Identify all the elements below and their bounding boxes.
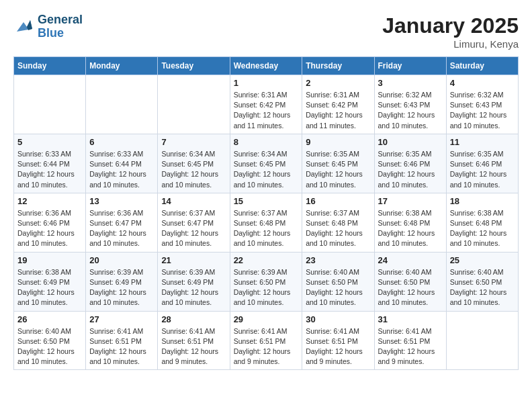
calendar-cell: 29Sunrise: 6:41 AMSunset: 6:51 PMDayligh… [230,311,302,370]
calendar-cell: 4Sunrise: 6:32 AMSunset: 6:43 PMDaylight… [446,75,518,134]
day-info: Sunrise: 6:36 AMSunset: 6:46 PMDaylight:… [17,208,82,249]
day-number: 25 [450,255,515,265]
day-number: 21 [161,255,226,265]
calendar-cell: 6Sunrise: 6:33 AMSunset: 6:44 PMDaylight… [86,134,158,193]
day-info: Sunrise: 6:31 AMSunset: 6:42 PMDaylight:… [234,90,299,131]
day-number: 17 [378,196,443,206]
week-row-4: 19Sunrise: 6:38 AMSunset: 6:49 PMDayligh… [14,252,519,311]
day-number: 11 [450,137,515,147]
day-number: 14 [161,196,226,206]
day-info: Sunrise: 6:38 AMSunset: 6:49 PMDaylight:… [17,267,82,308]
day-info: Sunrise: 6:35 AMSunset: 6:46 PMDaylight:… [378,149,443,190]
day-info: Sunrise: 6:40 AMSunset: 6:50 PMDaylight:… [450,267,515,308]
calendar-cell [158,75,230,134]
week-row-1: 1Sunrise: 6:31 AMSunset: 6:42 PMDaylight… [14,75,519,134]
calendar-cell: 5Sunrise: 6:33 AMSunset: 6:44 PMDaylight… [14,134,86,193]
day-number: 15 [234,196,299,206]
day-info: Sunrise: 6:35 AMSunset: 6:45 PMDaylight:… [306,149,370,190]
day-info: Sunrise: 6:41 AMSunset: 6:51 PMDaylight:… [306,326,370,367]
day-number: 24 [378,255,443,265]
weekday-header-saturday: Saturday [446,57,518,75]
day-info: Sunrise: 6:37 AMSunset: 6:48 PMDaylight:… [306,208,370,249]
calendar-cell [14,75,86,134]
calendar-cell: 3Sunrise: 6:32 AMSunset: 6:43 PMDaylight… [374,75,446,134]
day-number: 16 [306,196,370,206]
calendar-cell: 18Sunrise: 6:38 AMSunset: 6:48 PMDayligh… [446,193,518,252]
calendar-cell: 22Sunrise: 6:39 AMSunset: 6:50 PMDayligh… [230,252,302,311]
day-info: Sunrise: 6:32 AMSunset: 6:43 PMDaylight:… [378,90,443,131]
day-number: 4 [450,78,515,88]
day-number: 22 [234,255,299,265]
day-info: Sunrise: 6:35 AMSunset: 6:46 PMDaylight:… [450,149,515,190]
day-number: 6 [89,137,154,147]
month-title: January 2025 [382,13,519,38]
day-number: 10 [378,137,443,147]
day-number: 3 [378,78,443,88]
calendar-cell: 10Sunrise: 6:35 AMSunset: 6:46 PMDayligh… [374,134,446,193]
day-info: Sunrise: 6:34 AMSunset: 6:45 PMDaylight:… [234,149,299,190]
calendar-cell [86,75,158,134]
week-row-2: 5Sunrise: 6:33 AMSunset: 6:44 PMDaylight… [14,134,519,193]
calendar-cell [446,311,518,370]
day-number: 18 [450,196,515,206]
day-number: 28 [161,314,226,324]
day-info: Sunrise: 6:33 AMSunset: 6:44 PMDaylight:… [17,149,82,190]
day-info: Sunrise: 6:39 AMSunset: 6:50 PMDaylight:… [234,267,299,308]
calendar-cell: 21Sunrise: 6:39 AMSunset: 6:49 PMDayligh… [158,252,230,311]
weekday-header-wednesday: Wednesday [230,57,302,75]
day-info: Sunrise: 6:40 AMSunset: 6:50 PMDaylight:… [306,267,370,308]
day-number: 31 [378,314,443,324]
calendar-table: SundayMondayTuesdayWednesdayThursdayFrid… [13,56,519,370]
day-number: 9 [306,137,370,147]
day-info: Sunrise: 6:41 AMSunset: 6:51 PMDaylight:… [234,326,299,367]
day-number: 5 [17,137,82,147]
weekday-header-tuesday: Tuesday [158,57,230,75]
svg-marker-1 [27,20,32,30]
day-number: 26 [17,314,82,324]
calendar-cell: 25Sunrise: 6:40 AMSunset: 6:50 PMDayligh… [446,252,518,311]
day-info: Sunrise: 6:36 AMSunset: 6:47 PMDaylight:… [89,208,154,249]
calendar-cell: 12Sunrise: 6:36 AMSunset: 6:46 PMDayligh… [14,193,86,252]
calendar-cell: 31Sunrise: 6:41 AMSunset: 6:51 PMDayligh… [374,311,446,370]
week-row-5: 26Sunrise: 6:40 AMSunset: 6:50 PMDayligh… [14,311,519,370]
calendar-cell: 9Sunrise: 6:35 AMSunset: 6:45 PMDaylight… [302,134,374,193]
calendar-cell: 14Sunrise: 6:37 AMSunset: 6:47 PMDayligh… [158,193,230,252]
day-number: 20 [89,255,154,265]
day-info: Sunrise: 6:40 AMSunset: 6:50 PMDaylight:… [378,267,443,308]
day-info: Sunrise: 6:41 AMSunset: 6:51 PMDaylight:… [378,326,443,367]
calendar-cell: 24Sunrise: 6:40 AMSunset: 6:50 PMDayligh… [374,252,446,311]
calendar-cell: 23Sunrise: 6:40 AMSunset: 6:50 PMDayligh… [302,252,374,311]
calendar-cell: 15Sunrise: 6:37 AMSunset: 6:48 PMDayligh… [230,193,302,252]
day-info: Sunrise: 6:39 AMSunset: 6:49 PMDaylight:… [89,267,154,308]
day-info: Sunrise: 6:32 AMSunset: 6:43 PMDaylight:… [450,90,515,131]
day-number: 1 [234,78,299,88]
day-number: 12 [17,196,82,206]
day-info: Sunrise: 6:41 AMSunset: 6:51 PMDaylight:… [89,326,154,367]
day-number: 13 [89,196,154,206]
day-number: 7 [161,137,226,147]
calendar-cell: 19Sunrise: 6:38 AMSunset: 6:49 PMDayligh… [14,252,86,311]
calendar-cell: 13Sunrise: 6:36 AMSunset: 6:47 PMDayligh… [86,193,158,252]
day-info: Sunrise: 6:39 AMSunset: 6:49 PMDaylight:… [161,267,226,308]
calendar-cell: 1Sunrise: 6:31 AMSunset: 6:42 PMDaylight… [230,75,302,134]
calendar-cell: 7Sunrise: 6:34 AMSunset: 6:45 PMDaylight… [158,134,230,193]
week-row-3: 12Sunrise: 6:36 AMSunset: 6:46 PMDayligh… [14,193,519,252]
calendar-cell: 30Sunrise: 6:41 AMSunset: 6:51 PMDayligh… [302,311,374,370]
logo-line2: Blue [38,27,83,40]
calendar-cell: 2Sunrise: 6:31 AMSunset: 6:42 PMDaylight… [302,75,374,134]
day-number: 23 [306,255,370,265]
title-block: January 2025 Limuru, Kenya [382,13,519,50]
page-header: General Blue January 2025 Limuru, Kenya [13,13,519,50]
day-info: Sunrise: 6:38 AMSunset: 6:48 PMDaylight:… [450,208,515,249]
day-info: Sunrise: 6:33 AMSunset: 6:44 PMDaylight:… [89,149,154,190]
calendar-cell: 17Sunrise: 6:38 AMSunset: 6:48 PMDayligh… [374,193,446,252]
calendar-cell: 8Sunrise: 6:34 AMSunset: 6:45 PMDaylight… [230,134,302,193]
weekday-header-thursday: Thursday [302,57,374,75]
logo-icon [13,17,34,37]
calendar-cell: 16Sunrise: 6:37 AMSunset: 6:48 PMDayligh… [302,193,374,252]
weekday-header-friday: Friday [374,57,446,75]
calendar-cell: 26Sunrise: 6:40 AMSunset: 6:50 PMDayligh… [14,311,86,370]
logo: General Blue [13,13,83,40]
calendar-cell: 28Sunrise: 6:41 AMSunset: 6:51 PMDayligh… [158,311,230,370]
day-number: 27 [89,314,154,324]
